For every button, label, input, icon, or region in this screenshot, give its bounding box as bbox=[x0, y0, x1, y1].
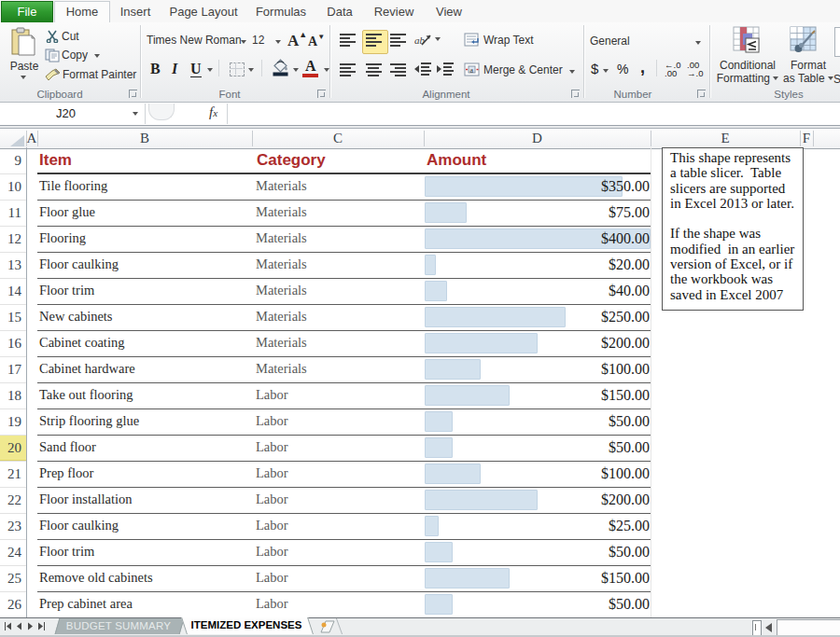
svg-text:a: a bbox=[470, 66, 474, 75]
